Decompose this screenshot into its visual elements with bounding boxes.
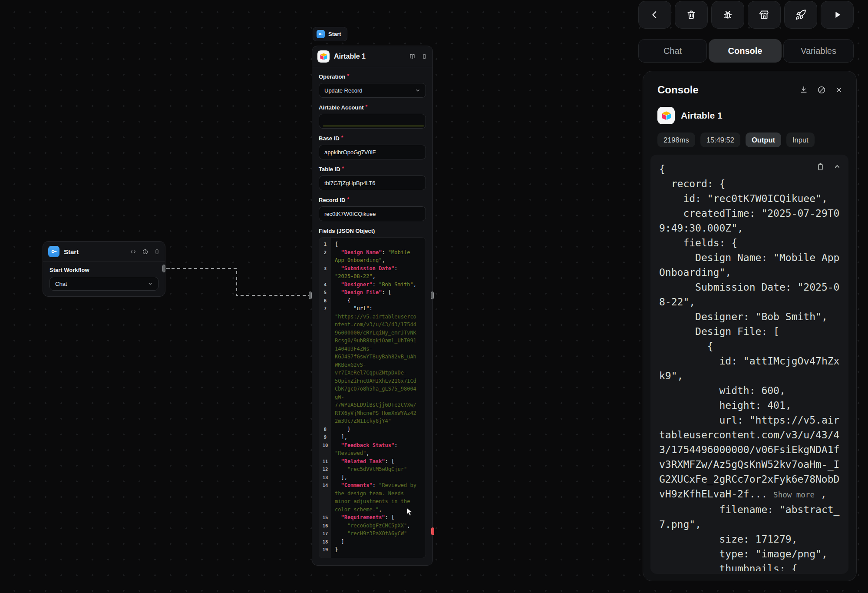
editor-line: 9 ], (319, 433, 426, 441)
airtable-logo-icon (317, 50, 330, 63)
line-number: 5 (319, 288, 331, 297)
airtable-node-panel[interactable]: Airtable 1 Operation* Update Record Airt… (312, 46, 433, 566)
tab-console[interactable]: Console (709, 39, 782, 63)
chevron-left-icon (650, 10, 660, 20)
start-node-header[interactable]: Start (43, 242, 165, 262)
line-number: 1 (319, 240, 331, 248)
base-id-label: Base ID* (319, 135, 426, 142)
marketplace-button[interactable] (748, 1, 781, 29)
table-id-label: Table ID* (319, 166, 426, 172)
output-tab[interactable]: Output (746, 133, 781, 147)
start-node-icon (48, 246, 59, 257)
required-marker: * (342, 166, 344, 172)
editor-line: 2 "Design Name": "Mobile App Onboarding"… (319, 248, 426, 265)
editor-line: 1{ (319, 240, 426, 248)
line-number: 16 (319, 522, 331, 530)
editor-line: 11 "Related Task": [ (319, 457, 426, 466)
chevron-down-icon (148, 281, 153, 286)
close-icon[interactable] (835, 86, 843, 94)
clear-console-icon[interactable] (817, 85, 826, 95)
console-panel: Console Airtable 1 2198ms 15:49:52 Outpu… (643, 71, 857, 581)
airtable-node-title: Airtable 1 (334, 53, 404, 60)
operation-select[interactable]: Update Record (319, 83, 426, 98)
operation-label: Operation* (319, 73, 426, 80)
line-number: 7 (319, 305, 331, 425)
editor-line: 12 "rec5dVVtM5wUqCjur" (319, 465, 426, 474)
line-number: 8 (319, 425, 331, 434)
start-badge-label: Start (328, 31, 341, 37)
bug-icon (722, 9, 733, 20)
table-id-input[interactable] (319, 176, 426, 190)
fields-json-label: Fields (JSON Object) (319, 228, 426, 234)
show-more-link[interactable]: Show more (773, 490, 815, 499)
docs-book-icon[interactable] (409, 53, 416, 60)
start-mode-value: Chat (55, 281, 67, 287)
input-tab[interactable]: Input (786, 133, 815, 147)
line-number: 13 (319, 474, 331, 482)
line-number: 14 (319, 481, 331, 513)
line-number: 17 (319, 530, 331, 538)
line-number: 19 (319, 546, 331, 554)
timestamp-badge: 15:49:52 (700, 133, 740, 147)
airtable-output-handle[interactable] (431, 292, 434, 299)
line-number: 9 (319, 433, 331, 441)
airtable-input-handle[interactable] (309, 292, 312, 299)
tab-chat[interactable]: Chat (638, 39, 707, 63)
operation-value: Update Record (324, 87, 362, 94)
mouse-cursor (406, 507, 413, 517)
deploy-button[interactable] (784, 1, 817, 29)
account-value-line (323, 126, 424, 126)
editor-line: 4 "Designer": "Bob Smith", (319, 281, 426, 289)
required-marker: * (366, 104, 368, 110)
record-id-label: Record ID* (319, 197, 426, 203)
collapse-chevron-up-icon[interactable] (833, 162, 842, 172)
start-node-title: Start (64, 248, 125, 255)
code-icon[interactable] (130, 248, 136, 255)
editor-line: 8 } (319, 425, 426, 434)
base-id-input[interactable] (319, 145, 426, 159)
duration-badge: 2198ms (657, 133, 695, 147)
mobile-icon[interactable] (154, 248, 160, 255)
editor-line: 16 "recoGobgFzCMC5pXX", (319, 522, 426, 530)
play-icon (832, 10, 842, 20)
account-label: Airtable Account* (319, 104, 426, 111)
line-number: 6 (319, 297, 331, 305)
airtable-logo-icon (657, 107, 675, 124)
delete-button[interactable] (675, 1, 708, 29)
copy-icon[interactable] (816, 162, 825, 172)
line-number: 10 (319, 441, 331, 457)
required-marker: * (347, 73, 349, 79)
debug-button[interactable] (711, 1, 744, 29)
rocket-icon (795, 9, 806, 20)
required-marker: * (347, 196, 349, 202)
start-workflow-label: Start Workflow (50, 267, 158, 273)
download-icon[interactable] (799, 85, 809, 95)
editor-line: 17 "recH9z3PaXOfA6yCW" (319, 530, 426, 538)
airtable-account-field[interactable] (319, 114, 426, 129)
editor-line: 7 "url": "https://v5.airtableusercontent… (319, 305, 426, 425)
console-output-block[interactable]: { record: { id: "rec0tK7W0ICQikuee", cre… (650, 155, 848, 574)
info-icon[interactable] (142, 248, 149, 255)
editor-line: 6 { (319, 297, 426, 305)
line-number: 4 (319, 281, 331, 289)
record-id-input[interactable] (319, 206, 426, 221)
airtable-node-header[interactable]: Airtable 1 (312, 46, 432, 67)
workflow-canvas[interactable]: Start Start Workflow Chat Start (0, 0, 868, 593)
trash-icon (686, 9, 697, 20)
run-button[interactable] (821, 1, 854, 29)
editor-line: 3 "Submission Date": "2025-08-22", (319, 265, 426, 281)
line-number: 11 (319, 457, 331, 466)
mobile-icon[interactable] (422, 53, 427, 60)
chevron-down-icon (415, 88, 420, 93)
console-output-json: { record: { id: "rec0tK7W0ICQikuee", cre… (659, 162, 840, 571)
editor-line: 13 ], (319, 474, 426, 482)
start-node-output-handle[interactable] (162, 265, 165, 272)
start-mode-select[interactable]: Chat (50, 277, 158, 291)
airtable-error-handle[interactable] (431, 527, 434, 535)
back-button[interactable] (638, 1, 671, 29)
start-node[interactable]: Start Start Workflow Chat (43, 241, 165, 297)
fields-json-editor-lines: 1{2 "Design Name": "Mobile App Onboardin… (319, 240, 426, 554)
start-group-badge: Start (313, 27, 347, 41)
start-badge-icon (317, 30, 325, 38)
tab-variables[interactable]: Variables (783, 39, 854, 63)
